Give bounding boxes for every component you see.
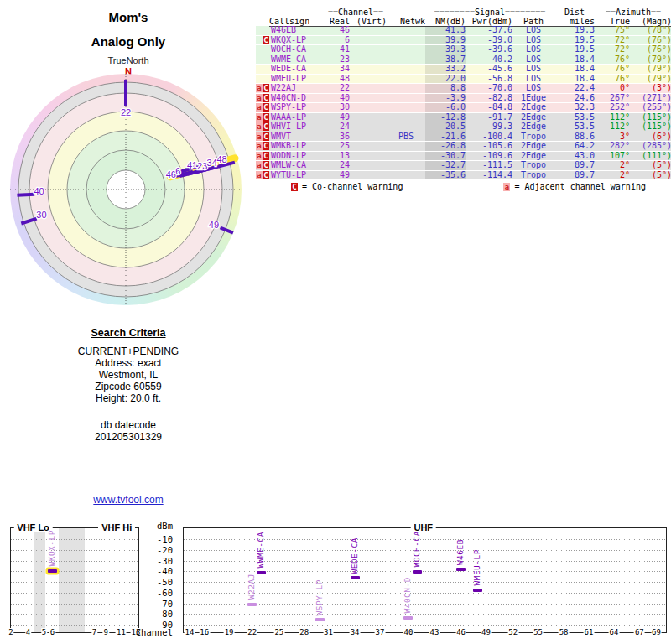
- cell-network: [387, 122, 425, 132]
- cell-real-channel: 24: [325, 161, 350, 170]
- dbm-axis-label: dBm: [157, 521, 173, 531]
- truenorth-label: TrueNorth: [0, 55, 257, 65]
- cell-virt-channel: [350, 103, 387, 112]
- radar-label-6: 6: [175, 166, 180, 176]
- co-channel-warning-icon: C: [263, 94, 269, 102]
- warn-a-cell: [256, 36, 263, 45]
- warn-a-cell: [256, 26, 263, 35]
- group-header-dist: Dist: [554, 8, 595, 17]
- table-row-w40cn-d[interactable]: aCW40CN-D40-3.9-82.81Edge24.6267°(271°): [256, 94, 671, 103]
- adjacent-channel-warning-icon: a: [256, 94, 263, 102]
- gridline: [11, 539, 138, 540]
- cell-pwr-dbm: -82.8: [466, 94, 512, 103]
- cell-virt-channel: [350, 142, 387, 151]
- table-row-woch-ca[interactable]: WOCH-CA4139.3-39.6LOS19.572°(76°): [256, 45, 671, 55]
- cell-path: 1Edge: [512, 94, 554, 103]
- tick-ch-31: 31: [323, 628, 334, 636]
- table-row-wmeu-lp[interactable]: WMEU-LP4822.0-56.8LOS18.476°(79°): [256, 75, 671, 84]
- tvfool-link[interactable]: www.tvfool.com: [93, 494, 163, 506]
- cell-callsign: WMVT: [269, 132, 325, 142]
- cell-network: [387, 142, 425, 151]
- signal-marker-wede-ca[interactable]: [351, 576, 360, 579]
- cell-miles: 89.7: [554, 171, 595, 180]
- gridline: [11, 550, 138, 551]
- table-row-wspy-lp[interactable]: aCWSPY-LP30-6.0-84.82Edge32.3252°(255°): [256, 103, 671, 112]
- dbm-tick-30: -30: [157, 556, 173, 566]
- search-criteria-line: Zipcode 60559: [0, 381, 257, 392]
- group-header-signal: ========Signal========: [425, 8, 554, 17]
- cell-callsign: WKQX-LP: [269, 36, 325, 45]
- adjacent-channel-warning-icon: a: [256, 132, 263, 141]
- cell-miles: 19.5: [554, 45, 595, 55]
- table-row-wede-ca[interactable]: WEDE-CA3433.2-45.6LOS18.476°(79°): [256, 65, 671, 74]
- cell-callsign: W40CN-D: [269, 94, 325, 103]
- table-row-wkqx-lp[interactable]: CWKQX-LP639.9-39.0LOS19.572°(76°): [256, 36, 671, 45]
- warn-c-cell: C: [263, 142, 269, 151]
- cell-azimuth-true: 282°: [595, 142, 630, 151]
- cell-nm-db: -26.8: [425, 142, 466, 151]
- cell-azimuth-magn: (5°): [630, 161, 671, 170]
- cell-nm-db: 33.2: [425, 65, 466, 74]
- signal-marker-w22aj[interactable]: [247, 603, 257, 606]
- cell-azimuth-magn: (76°): [630, 45, 671, 55]
- cell-callsign: WYTU-LP: [269, 171, 325, 180]
- cell-miles: 89.7: [554, 161, 595, 170]
- table-row-wmkb-lp[interactable]: aCWMKB-LP25-26.8-105.62Edge64.2282°(285°…: [256, 142, 671, 151]
- cell-real-channel: 46: [325, 26, 350, 35]
- cell-real-channel: 49: [325, 113, 350, 122]
- legend-co-channel-text: = Co-channel warning: [302, 182, 403, 191]
- signal-marker-wwme-ca[interactable]: [257, 571, 266, 574]
- cell-azimuth-true: 75°: [595, 26, 630, 35]
- table-row-wmlw-ca[interactable]: aCWMLW-CA24-32.7-111.5Tropo89.72°(5°): [256, 161, 671, 170]
- tick-ch-5: 5: [41, 628, 47, 636]
- cell-callsign: W46EB: [269, 26, 325, 35]
- cell-path: 2Edge: [512, 122, 554, 132]
- warn-c-cell: C: [263, 122, 269, 132]
- signal-marker-wspy-lp[interactable]: [315, 618, 325, 621]
- tick-ch-61: 61: [584, 628, 595, 636]
- co-channel-warning-icon: C: [291, 183, 298, 191]
- table-legend: C = Co-channel warning a = Adjacent chan…: [256, 182, 671, 191]
- cell-virt-channel: [350, 161, 387, 170]
- radar-subtitle: Analog Only: [0, 34, 257, 49]
- tick-ch-9: 9: [103, 628, 109, 636]
- signal-marker-wkqx-lp[interactable]: [48, 569, 57, 573]
- cell-network: [387, 84, 425, 93]
- gridline: [184, 625, 666, 626]
- table-row-waaa-lp[interactable]: aCWAAA-LP49-12.8-91.72Edge53.5112°(115°): [256, 113, 671, 122]
- cell-azimuth-magn: (3°): [630, 84, 671, 93]
- warn-a-cell: a: [256, 152, 263, 161]
- cell-virt-channel: [350, 171, 387, 180]
- cell-path: 2Edge: [512, 142, 554, 151]
- signal-marker-woch-ca[interactable]: [413, 570, 422, 574]
- signal-marker-w46eb[interactable]: [456, 568, 466, 571]
- cell-network: [387, 65, 425, 74]
- radar-label-22: 22: [121, 107, 131, 117]
- cell-virt-channel: [350, 36, 387, 45]
- table-row-w46eb[interactable]: W46EB4641.3-37.6LOS19.375°(78°): [256, 26, 671, 35]
- table-row-wytu-lp[interactable]: aCWYTU-LP49-35.6-114.4Tropo89.72°(5°): [256, 171, 671, 180]
- cell-miles: 19.5: [554, 36, 595, 45]
- signal-label-woch-ca: WOCH-CA: [412, 531, 422, 568]
- cell-pwr-dbm: -114.4: [466, 171, 512, 180]
- warn-a-cell: a: [256, 161, 263, 170]
- signal-marker-w40cn-d[interactable]: [403, 616, 413, 620]
- search-criteria-line: CURRENT+PENDING: [0, 345, 257, 357]
- cell-path: LOS: [512, 45, 554, 55]
- adjacent-channel-warning-icon: a: [256, 84, 263, 92]
- signal-marker-wmeu-lp[interactable]: [473, 589, 482, 592]
- table-row-wwme-ca[interactable]: WWME-CA2338.7-40.2LOS18.476°(79°): [256, 55, 671, 65]
- cell-network: [387, 36, 425, 45]
- table-row-wodn-lp[interactable]: aCWODN-LP13-30.7-109.62Edge43.0107°(111°…: [256, 152, 671, 161]
- cell-azimuth-magn: (79°): [630, 55, 671, 65]
- band-title-vhf-hi: VHF Hi: [98, 522, 135, 532]
- co-channel-warning-icon: C: [263, 142, 269, 150]
- co-channel-warning-icon: C: [263, 132, 269, 141]
- cell-path: LOS: [512, 65, 554, 74]
- cell-virt-channel: [350, 113, 387, 122]
- cell-miles: 43.0: [554, 152, 595, 161]
- radar-label-40: 40: [34, 186, 44, 196]
- table-row-w22aj[interactable]: aCW22AJ228.8-70.0LOS22.40°(3°): [256, 84, 671, 93]
- table-row-wmvt[interactable]: aCWMVT36PBS-21.6-100.4Tropo88.63°(6°): [256, 132, 671, 142]
- table-row-whvi-lp[interactable]: aCWHVI-LP24-20.5-99.32Edge53.5112°(115°): [256, 122, 671, 132]
